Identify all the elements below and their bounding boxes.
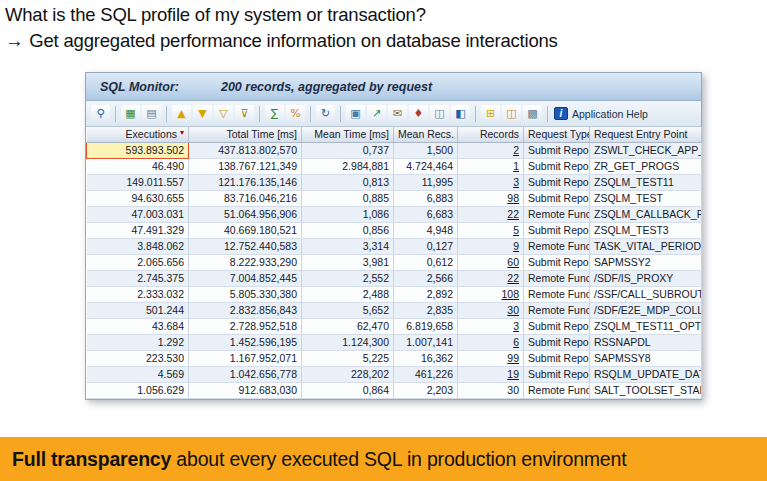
cell-mean_recs: 4,948 — [394, 222, 458, 238]
table-row: 501.2442.832.856,8435,6522,83530Remote F… — [87, 302, 702, 318]
cell-executions: 2.333.032 — [87, 286, 189, 302]
cell-total_time: 12.752.440,583 — [189, 238, 302, 254]
column-header-records[interactable]: Records — [458, 127, 524, 142]
cell-total_time: 51.064.956,906 — [189, 206, 302, 222]
view-table-icon[interactable]: ▦ — [121, 105, 140, 122]
cell-records[interactable]: 60 — [458, 254, 524, 270]
application-help-button[interactable]: i Application Help — [554, 107, 648, 120]
cell-total_time: 83.716.046,216 — [189, 190, 302, 206]
cell-executions: 1.056.629 — [87, 382, 189, 398]
pivot-view-icon[interactable]: ▩ — [523, 105, 542, 122]
cell-request_type: Remote Func — [524, 382, 590, 398]
cell-executions: 149.011.557 — [87, 174, 189, 190]
refresh-icon[interactable]: ↻ — [316, 105, 335, 122]
cell-request_type: Submit Report — [524, 350, 590, 366]
cell-records[interactable]: 30 — [458, 302, 524, 318]
toolbar-separator — [340, 106, 341, 122]
cell-mean_recs: 16,362 — [394, 350, 458, 366]
application-help-label: Application Help — [572, 108, 648, 120]
cell-mean_recs: 4.724,464 — [394, 158, 458, 174]
table-row: 1.056.629912.683,0300,8642,20330Remote F… — [87, 382, 702, 398]
cell-entry_point: /SDF/IS_PROXY — [590, 270, 702, 286]
cell-mean_time: 228,202 — [302, 366, 394, 382]
cell-records[interactable]: 22 — [458, 206, 524, 222]
cell-mean_time: 0,813 — [302, 174, 394, 190]
cell-total_time: 912.683,030 — [189, 382, 302, 398]
save-icon[interactable]: ▣ — [346, 105, 365, 122]
export-icon[interactable]: ↗ — [367, 105, 386, 122]
cell-entry_point: ZSQLM_TEST — [590, 190, 702, 206]
cell-records[interactable]: 1 — [458, 158, 524, 174]
heading-question: What is the SQL profile of my system or … — [5, 2, 558, 28]
cell-executions: 94.630.655 — [87, 190, 189, 206]
table-row: 1.2921.452.596,1951.124,3001.007,1416Sub… — [87, 334, 702, 350]
cell-records[interactable]: 2 — [458, 142, 524, 158]
cell-entry_point: /SDF/E2E_MDP_COLLECTOR — [590, 302, 702, 318]
cell-executions: 223.530 — [87, 350, 189, 366]
cell-mean_recs: 0,127 — [394, 238, 458, 254]
cell-mean_recs: 6,883 — [394, 190, 458, 206]
cell-entry_point: ZSQLM_TEST11 — [590, 174, 702, 190]
column-header-entry_point[interactable]: Request Entry Point — [590, 127, 702, 142]
cell-records[interactable]: 5 — [458, 222, 524, 238]
cell-mean_time: 3,981 — [302, 254, 394, 270]
cell-records[interactable]: 108 — [458, 286, 524, 302]
cell-executions[interactable]: 593.893.502 — [87, 142, 189, 158]
view-detail-icon[interactable]: ▤ — [142, 105, 161, 122]
cell-executions: 2.065.656 — [87, 254, 189, 270]
column-header-executions[interactable]: Executions▾ — [87, 127, 189, 142]
window-title-info: 200 records, aggregated by request — [221, 80, 432, 94]
cell-records[interactable]: 6 — [458, 334, 524, 350]
heading-answer: →Get aggregated performance information … — [5, 28, 558, 54]
cell-mean_time: 0,856 — [302, 222, 394, 238]
cell-entry_point: ZSWLT_CHECK_APP_PARAMS — [590, 142, 702, 158]
filter-icon[interactable]: ▽ — [214, 105, 233, 122]
cell-records[interactable]: 99 — [458, 350, 524, 366]
table-row: 3.848.06212.752.440,5833,3140,1279Remote… — [87, 238, 702, 254]
cell-executions: 3.848.062 — [87, 238, 189, 254]
cell-records[interactable]: 22 — [458, 270, 524, 286]
cell-records[interactable]: 98 — [458, 190, 524, 206]
cell-total_time: 1.042.656,778 — [189, 366, 302, 382]
table-row: 2.333.0325.805.330,3802,4882,892108Remot… — [87, 286, 702, 302]
window-title: SQL Monitor: — [100, 80, 179, 94]
toolbar-separator — [115, 106, 116, 122]
column-header-request_type[interactable]: Request Type — [524, 127, 590, 142]
sort-descending-indicator-icon: ▾ — [180, 128, 184, 137]
window-titlebar: SQL Monitor: 200 records, aggregated by … — [86, 73, 701, 101]
cell-total_time: 1.452.596,195 — [189, 334, 302, 350]
heading-answer-text: Get aggregated performance information o… — [29, 30, 557, 51]
grid-view-icon[interactable]: ⊞ — [481, 105, 500, 122]
copy-icon[interactable]: ◫ — [430, 105, 449, 122]
cell-records[interactable]: 19 — [458, 366, 524, 382]
toolbar-separator — [259, 106, 260, 122]
sum-icon[interactable]: ∑ — [265, 105, 284, 122]
sort-ascending-icon[interactable]: ▲ — [172, 105, 191, 122]
cell-mean_time: 0,864 — [302, 382, 394, 398]
table-row: 2.745.3757.004.852,4452,5522,56622Remote… — [87, 270, 702, 286]
column-header-mean_time[interactable]: Mean Time [ms] — [302, 127, 394, 142]
cell-records[interactable]: 3 — [458, 318, 524, 334]
cell-mean_time: 3,314 — [302, 238, 394, 254]
delete-filter-icon[interactable]: ⊽ — [235, 105, 254, 122]
cell-view-icon[interactable]: ◫ — [502, 105, 521, 122]
mail-icon[interactable]: ✉ — [388, 105, 407, 122]
cell-request_type: Remote Func_ — [524, 206, 590, 222]
sort-descending-icon[interactable]: ▼ — [193, 105, 212, 122]
chart-icon[interactable]: ◧ — [451, 105, 470, 122]
column-header-mean_recs[interactable]: Mean Recs. — [394, 127, 458, 142]
cell-mean_time: 2,488 — [302, 286, 394, 302]
cell-records: 30 — [458, 382, 524, 398]
cell-records[interactable]: 3 — [458, 174, 524, 190]
cell-records[interactable]: 9 — [458, 238, 524, 254]
details-icon[interactable]: ⚲ — [91, 105, 110, 122]
percentage-icon[interactable]: % — [286, 105, 305, 122]
cell-executions: 47.491.329 — [87, 222, 189, 238]
cell-executions: 2.745.375 — [87, 270, 189, 286]
column-header-total_time[interactable]: Total Time [ms] — [189, 127, 302, 142]
slide: What is the SQL profile of my system or … — [0, 0, 767, 481]
crystal-icon[interactable]: ♦ — [409, 105, 428, 122]
cell-mean_time: 5,225 — [302, 350, 394, 366]
cell-request_type: Submit Report — [524, 318, 590, 334]
cell-executions: 47.003.031 — [87, 206, 189, 222]
